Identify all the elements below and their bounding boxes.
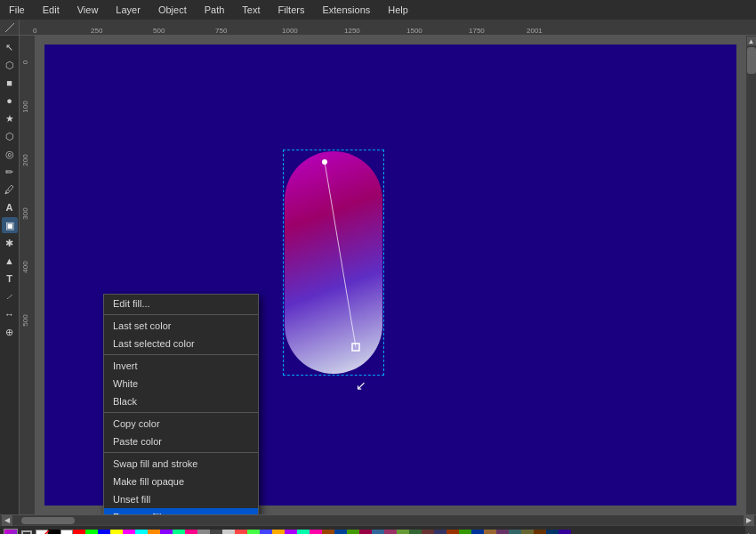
palette-swatch-hotpink[interactable] bbox=[310, 530, 322, 535]
star-tool[interactable]: ★ bbox=[2, 110, 18, 126]
palette-swatch-magenta[interactable] bbox=[123, 530, 135, 535]
palette-swatch-darkgray[interactable] bbox=[210, 530, 222, 535]
ctx-white[interactable]: White bbox=[104, 375, 258, 392]
measure-tool[interactable]: ↔ bbox=[2, 306, 18, 322]
palette-swatch-cobalt[interactable] bbox=[471, 530, 484, 535]
svg-text:0: 0 bbox=[21, 60, 29, 64]
scroll-up-arrow[interactable]: ▲ bbox=[747, 36, 756, 45]
right-scrollbar[interactable]: ▲ bbox=[745, 36, 756, 514]
palette-swatch-maroon[interactable] bbox=[359, 530, 372, 535]
palette-swatch-mint[interactable] bbox=[297, 530, 310, 535]
scroll-right-arrow[interactable]: ▶ bbox=[744, 515, 754, 526]
palette-swatch-lightgreen[interactable] bbox=[247, 530, 260, 535]
scroll-thumb-h[interactable] bbox=[21, 517, 75, 524]
menu-edit[interactable]: Edit bbox=[38, 3, 64, 17]
palette-swatch-rust[interactable] bbox=[446, 530, 459, 535]
palette-swatch-amber[interactable] bbox=[272, 530, 285, 535]
palette-swatch-lime[interactable] bbox=[85, 530, 98, 535]
palette-swatch-forest[interactable] bbox=[409, 530, 422, 535]
text-tool[interactable]: T bbox=[2, 271, 18, 287]
ctx-edit-fill[interactable]: Edit fill... bbox=[104, 295, 258, 312]
menu-layer[interactable]: Layer bbox=[111, 3, 145, 17]
ctx-black[interactable]: Black bbox=[104, 392, 258, 410]
shape-container[interactable] bbox=[285, 151, 382, 374]
canvas-area[interactable]: ↙ Edit fill... Last set color Last selec… bbox=[36, 36, 745, 514]
gradient-tool[interactable]: ▣ bbox=[2, 217, 18, 233]
palette-swatch-none[interactable] bbox=[36, 530, 48, 535]
svg-text:500: 500 bbox=[21, 314, 29, 327]
pen-tool[interactable]: 🖊 bbox=[2, 182, 18, 198]
palette-swatch-lightgray[interactable] bbox=[222, 530, 235, 535]
palette-swatch-gray[interactable] bbox=[197, 530, 210, 535]
ctx-copy-color[interactable]: Copy color bbox=[104, 415, 258, 433]
node-tool[interactable]: ⬡ bbox=[2, 57, 18, 73]
palette-swatch-navy[interactable] bbox=[334, 530, 347, 535]
ruler-tick-250: 250 bbox=[91, 27, 102, 35]
ctx-remove-fill[interactable]: Remove fill bbox=[104, 508, 258, 514]
palette-swatch-ultramarine[interactable] bbox=[546, 530, 559, 535]
palette-swatch-w1[interactable] bbox=[60, 530, 73, 535]
palette-swatch-red[interactable] bbox=[73, 530, 85, 535]
menu-object[interactable]: Object bbox=[154, 3, 191, 17]
select-tool[interactable]: ↖ bbox=[2, 39, 18, 55]
palette-swatch-brown[interactable] bbox=[322, 530, 334, 535]
connector-tool[interactable]: ⟋ bbox=[2, 288, 18, 304]
menu-file[interactable]: File bbox=[4, 3, 29, 17]
rect-tool[interactable]: ■ bbox=[2, 75, 18, 91]
spiral-tool[interactable]: ◎ bbox=[2, 146, 18, 162]
menu-path[interactable]: Path bbox=[200, 3, 229, 17]
palette-scroll-right[interactable]: ▶ bbox=[745, 526, 756, 535]
ctx-paste-color[interactable]: Paste color bbox=[104, 433, 258, 450]
palette-swatch-sienna[interactable] bbox=[422, 530, 434, 535]
palette-swatch-rose[interactable] bbox=[185, 530, 197, 535]
palette-swatch-plum[interactable] bbox=[496, 530, 509, 535]
calligraphy-tool[interactable]: A bbox=[2, 199, 18, 215]
3d-box-tool[interactable]: ⬡ bbox=[2, 128, 18, 144]
palette-swatch-brick[interactable] bbox=[534, 530, 546, 535]
dropper-tool[interactable]: ✱ bbox=[2, 235, 18, 251]
palette-swatch-springgreen[interactable] bbox=[173, 530, 185, 535]
scroll-left-arrow[interactable]: ◀ bbox=[2, 515, 12, 526]
palette-swatch-teal[interactable] bbox=[509, 530, 521, 535]
ctx-make-fill-opaque[interactable]: Make fill opaque bbox=[104, 473, 258, 490]
palette-swatch-yellow[interactable] bbox=[110, 530, 123, 535]
palette-swatch-darkgreen[interactable] bbox=[347, 530, 359, 535]
svg-text:400: 400 bbox=[21, 261, 29, 273]
palette-swatch-tan[interactable] bbox=[484, 530, 496, 535]
ctx-swap-fill-stroke[interactable]: Swap fill and stroke bbox=[104, 455, 258, 473]
color-palette bbox=[36, 526, 745, 535]
palette-swatch-steelblue[interactable] bbox=[372, 530, 384, 535]
palette-swatch-purple[interactable] bbox=[285, 530, 297, 535]
ctx-last-set-color[interactable]: Last set color bbox=[104, 317, 258, 335]
ctx-invert[interactable]: Invert bbox=[104, 357, 258, 375]
svg-line-0 bbox=[5, 23, 14, 32]
palette-swatch-black[interactable] bbox=[48, 530, 60, 535]
palette-swatch-olivedrab[interactable] bbox=[397, 530, 409, 535]
stroke-color-indicator[interactable] bbox=[21, 530, 32, 535]
palette-swatch-deepviolet[interactable] bbox=[559, 530, 571, 535]
ctx-last-selected-color[interactable]: Last selected color bbox=[104, 335, 258, 352]
zoom-tool[interactable]: ⊕ bbox=[2, 324, 18, 340]
pencil-tool[interactable]: ✏ bbox=[2, 164, 18, 180]
menu-view[interactable]: View bbox=[73, 3, 103, 17]
ctx-sep-4 bbox=[104, 452, 258, 453]
palette-swatch-salmon[interactable] bbox=[235, 530, 247, 535]
palette-swatch-orange[interactable] bbox=[148, 530, 160, 535]
fill-color-indicator[interactable] bbox=[4, 529, 18, 535]
ctx-unset-fill[interactable]: Unset fill bbox=[104, 490, 258, 508]
menu-extensions[interactable]: Extensions bbox=[318, 3, 374, 17]
palette-swatch-cyan[interactable] bbox=[135, 530, 148, 535]
palette-swatch-violet[interactable] bbox=[160, 530, 173, 535]
circle-tool[interactable]: ● bbox=[2, 93, 18, 109]
palette-swatch-mulberry[interactable] bbox=[384, 530, 397, 535]
menu-text[interactable]: Text bbox=[237, 3, 264, 17]
menu-filters[interactable]: Filters bbox=[274, 3, 310, 17]
scroll-thumb-v[interactable] bbox=[747, 47, 756, 74]
paint-bucket-tool[interactable]: ▲ bbox=[2, 253, 18, 269]
menu-help[interactable]: Help bbox=[383, 3, 413, 17]
palette-swatch-blue[interactable] bbox=[98, 530, 110, 535]
palette-swatch-cornflowerblue[interactable] bbox=[260, 530, 272, 535]
palette-swatch-indigo[interactable] bbox=[434, 530, 446, 535]
palette-swatch-fern[interactable] bbox=[459, 530, 471, 535]
palette-swatch-khaki[interactable] bbox=[521, 530, 534, 535]
